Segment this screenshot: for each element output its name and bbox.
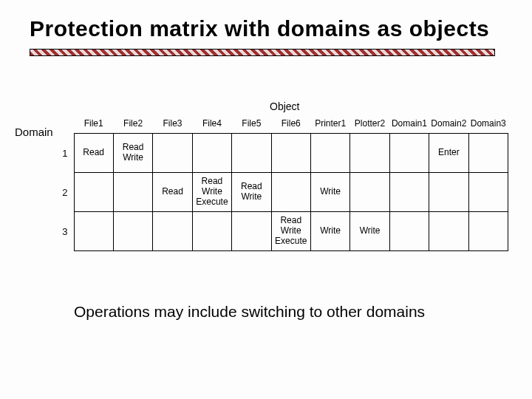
cell-3-file4 <box>192 212 231 251</box>
cell-3-file6: ReadWriteExecute <box>271 212 310 251</box>
col-file2: File2 <box>113 115 152 134</box>
cell-3-file3 <box>153 212 192 251</box>
cell-2-domain1 <box>389 173 429 212</box>
col-printer1: Printer1 <box>310 115 349 134</box>
cell-2-file3: Read <box>153 173 192 212</box>
cell-3-file5 <box>232 212 271 251</box>
col-file6: File6 <box>271 115 310 134</box>
row-label-1: 1 <box>53 134 74 173</box>
cell-3-domain2 <box>429 212 468 251</box>
table-row: 3 ReadWriteExecute Write Write <box>53 212 508 251</box>
object-axis-label: Object <box>270 100 299 112</box>
cell-1-plotter2 <box>350 134 389 173</box>
col-file4: File4 <box>192 115 231 134</box>
matrix-table: File1 File2 File3 File4 File5 File6 Prin… <box>53 115 508 251</box>
cell-3-plotter2: Write <box>350 212 389 251</box>
cell-1-file2: ReadWrite <box>113 134 152 173</box>
cell-2-file2 <box>113 173 152 212</box>
cell-2-plotter2 <box>350 173 389 212</box>
cell-2-domain3 <box>468 173 508 212</box>
col-file1: File1 <box>74 115 113 134</box>
col-domain2: Domain2 <box>429 115 468 134</box>
cell-1-domain1 <box>389 134 429 173</box>
cell-3-domain1 <box>389 212 429 251</box>
domain-axis-label: Domain <box>15 126 53 138</box>
cell-1-domain2: Enter <box>429 134 468 173</box>
column-header-row: File1 File2 File3 File4 File5 File6 Prin… <box>53 115 508 134</box>
cell-1-file1: Read <box>74 134 113 173</box>
cell-2-domain2 <box>429 173 468 212</box>
slide: Protection matrix with domains as object… <box>0 0 532 399</box>
caption-text: Operations may include switching to othe… <box>74 303 502 321</box>
table-row: 2 Read ReadWriteExecute ReadWrite Write <box>53 173 508 212</box>
cell-1-file6 <box>271 134 310 173</box>
cell-2-file4: ReadWriteExecute <box>192 173 231 212</box>
table-row: 1 Read ReadWrite Enter <box>53 134 508 173</box>
row-label-3: 3 <box>53 212 74 251</box>
cell-2-printer1: Write <box>310 173 349 212</box>
corner-blank <box>53 115 74 134</box>
row-label-2: 2 <box>53 173 74 212</box>
cell-2-file1 <box>74 173 113 212</box>
protection-matrix: File1 File2 File3 File4 File5 File6 Prin… <box>53 115 508 251</box>
col-domain3: Domain3 <box>468 115 508 134</box>
cell-1-file4 <box>192 134 231 173</box>
cell-3-printer1: Write <box>310 212 349 251</box>
cell-1-domain3 <box>468 134 508 173</box>
col-plotter2: Plotter2 <box>350 115 389 134</box>
col-domain1: Domain1 <box>389 115 429 134</box>
cell-1-file3 <box>153 134 192 173</box>
cell-3-domain3 <box>468 212 508 251</box>
cell-2-file6 <box>271 173 310 212</box>
cell-3-file1 <box>74 212 113 251</box>
cell-1-printer1 <box>310 134 349 173</box>
cell-3-file2 <box>113 212 152 251</box>
col-file3: File3 <box>153 115 192 134</box>
title-divider <box>30 49 495 56</box>
col-file5: File5 <box>232 115 271 134</box>
cell-2-file5: ReadWrite <box>232 173 271 212</box>
page-title: Protection matrix with domains as object… <box>30 16 517 41</box>
cell-1-file5 <box>232 134 271 173</box>
